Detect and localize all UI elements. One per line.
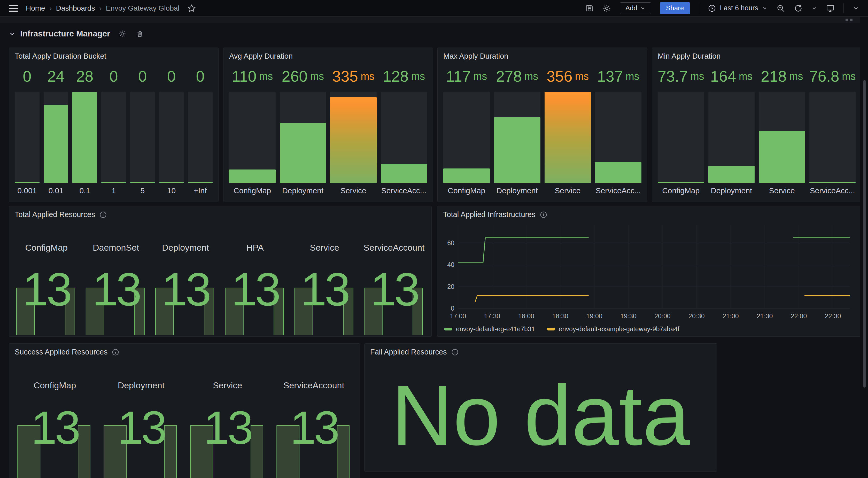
stat-value: 13 — [271, 405, 357, 451]
svg-text:18:00: 18:00 — [518, 312, 534, 320]
breadcrumb-home[interactable]: Home — [26, 4, 45, 12]
panel-corner-dot — [850, 19, 852, 21]
gauge-unit: ms — [411, 70, 425, 82]
gauge-column: 128msServiceAcc... — [381, 64, 427, 198]
stat-label: DaemonSet — [81, 243, 151, 253]
gauge-label: ServiceAcc... — [596, 183, 641, 198]
stat-service: Service13 — [290, 216, 359, 335]
legend-series-color — [547, 328, 555, 330]
gauge-column: 110msConfigMap — [229, 64, 276, 198]
panel-title[interactable]: Avg Apply Duration — [229, 52, 293, 60]
gauge-track — [159, 92, 184, 183]
gauge-label: Service — [340, 183, 366, 198]
gauge-value: 137 — [597, 67, 623, 85]
panel-title[interactable]: Total Applied Infrastructures — [443, 210, 535, 219]
panel-fail-applied-resources: Fail Applied Resources No data — [364, 343, 717, 472]
gauge-value: 28 — [76, 67, 94, 85]
add-button[interactable]: Add — [620, 2, 651, 14]
gauge-fill — [708, 166, 755, 183]
divider — [699, 3, 699, 13]
time-range-picker[interactable]: Last 6 hours — [708, 4, 768, 12]
gauge-label: 0.001 — [17, 183, 37, 198]
gauge-label: ConfigMap — [234, 183, 271, 198]
panel-max-apply-duration: Max Apply Duration 117msConfigMap 278msD… — [437, 48, 647, 202]
gauge-value: 0 — [23, 67, 31, 85]
scrollbar-thumb[interactable] — [863, 80, 866, 388]
gauge-unit: ms — [473, 70, 487, 82]
gauge-value: 24 — [47, 67, 65, 85]
gauge-track — [545, 92, 591, 183]
gauge-track — [101, 92, 126, 183]
gauge-value: 76.8 — [809, 67, 839, 85]
info-icon[interactable] — [540, 211, 548, 218]
row-delete-icon[interactable] — [135, 30, 144, 38]
gauge-value: 218 — [761, 67, 786, 85]
gauge-track — [72, 92, 97, 183]
stat-value: 13 — [220, 266, 290, 312]
stat-label: HPA — [220, 243, 290, 253]
stat-value: 13 — [290, 266, 359, 312]
gauge-track — [809, 92, 856, 183]
gauge-track — [494, 92, 540, 183]
gauge-fill — [494, 117, 540, 183]
gauge-column: 05 — [130, 64, 155, 198]
gauge-column: 260msDeployment — [280, 64, 326, 198]
collapse-navbar-chevron-icon[interactable] — [852, 5, 859, 11]
panel-title[interactable]: Max Apply Duration — [443, 52, 508, 60]
gauge-track — [595, 92, 642, 183]
panel-title[interactable]: Total Apply Duration Bucket — [15, 52, 106, 60]
breadcrumb: Home › Dashboards › Envoy Gateway Global — [26, 4, 180, 13]
clock-icon — [708, 4, 716, 12]
gauge-fill — [595, 162, 642, 183]
gauge-unit: ms — [310, 70, 324, 82]
chevron-down-icon — [640, 5, 646, 11]
panel-title[interactable]: Fail Applied Resources — [370, 348, 447, 356]
stat-value: 13 — [11, 266, 81, 312]
refresh-icon[interactable] — [794, 4, 803, 13]
bar-gauge: 00.001 240.01 280.1 01 05 010 0+Inf — [15, 64, 213, 198]
dashboard-settings-icon[interactable] — [602, 4, 611, 13]
save-icon[interactable] — [585, 4, 594, 12]
stat-deployment: Deployment13 — [151, 216, 220, 335]
gauge-unit: ms — [626, 70, 640, 82]
zoom-out-icon[interactable] — [776, 4, 785, 13]
gauge-unit: ms — [361, 70, 374, 82]
stat-label: ConfigMap — [11, 380, 98, 390]
menu-icon[interactable] — [9, 5, 18, 11]
gauge-value: 260 — [282, 67, 308, 85]
time-series-chart[interactable]: 020406017:0017:3018:0018:3019:0019:3020:… — [443, 223, 856, 322]
gauge-column: 76.8msServiceAcc... — [809, 64, 856, 198]
svg-text:21:30: 21:30 — [757, 312, 773, 320]
gauge-fill — [44, 104, 68, 183]
panel-total-applied-resources: Total Applied Resources ConfigMap13 Daem… — [9, 206, 432, 337]
panel-title[interactable]: Min Apply Duration — [658, 52, 720, 60]
gauge-column: 0+Inf — [188, 64, 213, 198]
info-icon[interactable] — [451, 348, 459, 356]
panel-avg-apply-duration: Avg Apply Duration 110msConfigMap 260msD… — [223, 48, 433, 202]
star-icon[interactable] — [187, 4, 196, 13]
chevron-down-icon — [9, 30, 16, 37]
gauge-label: Deployment — [497, 183, 538, 198]
bar-gauge: 110msConfigMap 260msDeployment 335msServ… — [229, 64, 427, 198]
top-nav-bar: Home › Dashboards › Envoy Gateway Global… — [0, 0, 868, 17]
gauge-label: 1 — [112, 183, 116, 198]
gauge-fill — [280, 123, 326, 183]
refresh-interval-chevron-icon[interactable] — [811, 5, 817, 11]
gauge-column: 73.7msConfigMap — [658, 64, 704, 198]
gauge-value: 0 — [138, 67, 147, 85]
bar-gauge: 73.7msConfigMap 164msDeployment 218msSer… — [658, 64, 856, 198]
gauge-label: Service — [769, 183, 795, 198]
gauge-fill — [381, 164, 427, 183]
share-button[interactable]: Share — [660, 2, 690, 14]
row-infrastructure-manager[interactable]: Infrastructure Manager — [9, 29, 144, 38]
breadcrumb-dashboards[interactable]: Dashboards — [56, 4, 95, 12]
legend-item-example-gateway[interactable]: envoy-default-example-gateway-9b7aba4f — [547, 325, 679, 333]
gauge-track — [381, 92, 427, 183]
gauge-value: 356 — [547, 67, 572, 85]
chart-legend: envoy-default-eg-e41e7b31 envoy-default-… — [444, 325, 679, 333]
row-settings-icon[interactable] — [118, 30, 126, 38]
legend-item-eg[interactable]: envoy-default-eg-e41e7b31 — [444, 325, 535, 333]
panel-corner-dot — [845, 19, 848, 21]
tv-mode-icon[interactable] — [826, 4, 835, 13]
gauge-fill — [443, 169, 490, 183]
